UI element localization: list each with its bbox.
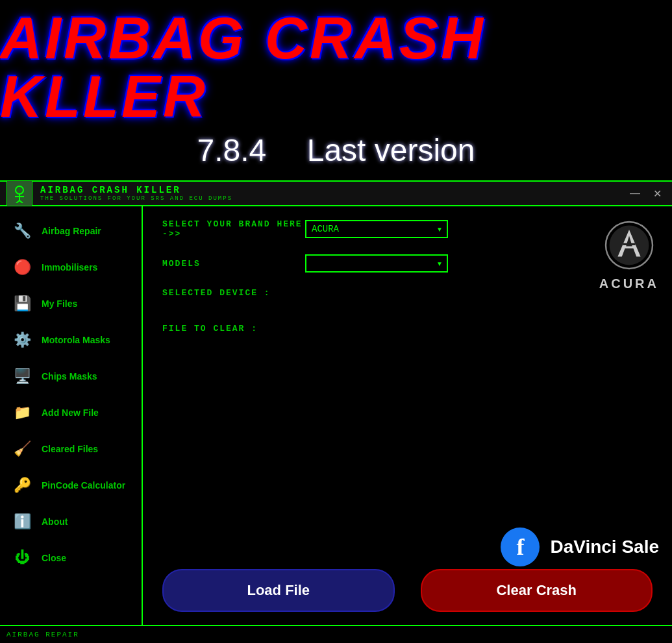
sidebar-icon-immobilisers: 🔴 [10, 256, 34, 279]
models-label: MODELS [162, 259, 305, 269]
titlebar-left: AIRBAG CRASH KILLER THE SOLUTIONS FOR YO… [6, 180, 232, 206]
titlebar-controls: — ✕ [626, 186, 666, 201]
models-select-wrapper[interactable] [305, 254, 448, 273]
titlebar: AIRBAG CRASH KILLER THE SOLUTIONS FOR YO… [0, 182, 672, 206]
sidebar-item-immobilisers[interactable]: 🔴Immobilisers [0, 249, 142, 285]
brand-logo-area: ACURA [599, 219, 659, 291]
close-window-button[interactable]: ✕ [649, 186, 666, 201]
app-logo-icon [6, 180, 32, 206]
svg-point-0 [16, 186, 23, 194]
sidebar-label-add-new-file: Add New File [42, 407, 99, 418]
brand-select[interactable]: ACURAALFA ROMEOAUDIBMWCHRYSLERCITROËNDAE… [305, 220, 448, 238]
sidebar-icon-cleared-files: 🧹 [10, 437, 34, 461]
models-select[interactable] [305, 254, 448, 273]
sidebar-label-close: Close [42, 553, 66, 563]
brand-display-name: ACURA [599, 276, 659, 291]
app-window: AIRBAG CRASH KILLER THE SOLUTIONS FOR YO… [0, 182, 672, 643]
clear-crash-button[interactable]: Clear Crash [421, 569, 653, 612]
brand-row: SELECT YOUR BRAND HERE ->> ACURAALFA ROM… [162, 219, 653, 239]
banner: AIRBAG CRASH KLLER 7.8.4 Last version [0, 0, 672, 182]
sidebar-icon-airbag-repair: 🔧 [10, 219, 34, 243]
statusbar: AIRBAG REPAIR [0, 625, 672, 643]
models-row: MODELS [162, 254, 653, 273]
file-to-clear-row: FILE TO CLEAR : [162, 324, 653, 348]
sidebar-icon-close: ⏻ [10, 546, 34, 570]
sidebar-item-chips-masks[interactable]: 🖥️Chips Masks [0, 358, 142, 394]
banner-version: 7.8.4 Last version [197, 132, 475, 171]
load-file-button[interactable]: Load File [162, 569, 395, 612]
selected-device-row: SELECTED DEVICE : [162, 288, 653, 312]
sidebar-icon-add-new-file: 📁 [10, 401, 34, 424]
version-label: Last version [307, 133, 475, 167]
content-area: SELECT YOUR BRAND HERE ->> ACURAALFA ROM… [143, 206, 672, 625]
app-subtitle: THE SOLUTIONS FOR YOUR SRS AND ECU DUMPS [40, 195, 232, 202]
file-to-clear-label: FILE TO CLEAR : [162, 324, 653, 334]
sidebar-icon-my-files: 💾 [10, 292, 34, 315]
selected-device-label: SELECTED DEVICE : [162, 288, 653, 298]
sidebar-item-my-files[interactable]: 💾My Files [0, 285, 142, 322]
sidebar-label-pincode-calc: PinCode Calculator [42, 480, 125, 491]
app-title: AIRBAG CRASH KILLER [40, 185, 232, 195]
titlebar-text: AIRBAG CRASH KILLER THE SOLUTIONS FOR YO… [40, 185, 232, 202]
facebook-icon[interactable]: f [501, 528, 540, 566]
sidebar-label-about: About [42, 516, 68, 527]
svg-line-4 [19, 200, 23, 203]
sidebar-icon-chips-masks: 🖥️ [10, 365, 34, 388]
svg-rect-7 [623, 243, 635, 245]
sidebar-item-about[interactable]: ℹ️About [0, 503, 142, 540]
brand-label: SELECT YOUR BRAND HERE ->> [162, 219, 305, 239]
minimize-button[interactable]: — [626, 186, 644, 200]
selected-device-value [162, 300, 653, 312]
sidebar-icon-about: ℹ️ [10, 510, 34, 533]
sidebar-item-motorola-masks[interactable]: ⚙️Motorola Masks [0, 322, 142, 358]
sidebar-label-cleared-files: Cleared Files [42, 444, 98, 454]
sidebar-item-close[interactable]: ⏻Close [0, 540, 142, 576]
file-to-clear-value [162, 336, 653, 348]
sidebar-label-immobilisers: Immobilisers [42, 262, 97, 273]
sidebar-icon-motorola-masks: ⚙️ [10, 328, 34, 352]
sidebar-item-cleared-files[interactable]: 🧹Cleared Files [0, 431, 142, 467]
promo-area: f DaVinci Sale [501, 528, 659, 566]
brand-select-wrapper[interactable]: ACURAALFA ROMEOAUDIBMWCHRYSLERCITROËNDAE… [305, 220, 448, 238]
main-layout: 🔧Airbag Repair🔴Immobilisers💾My Files⚙️Mo… [0, 206, 672, 625]
status-text: AIRBAG REPAIR [6, 631, 79, 638]
sidebar-label-airbag-repair: Airbag Repair [42, 226, 101, 236]
sidebar-item-airbag-repair[interactable]: 🔧Airbag Repair [0, 213, 142, 249]
svg-line-3 [16, 200, 19, 203]
version-number: 7.8.4 [197, 133, 267, 167]
sidebar-item-add-new-file[interactable]: 📁Add New File [0, 394, 142, 431]
sidebar-item-pincode-calc[interactable]: 🔑PinCode Calculator [0, 467, 142, 503]
sidebar-label-my-files: My Files [42, 298, 77, 309]
sidebar-icon-pincode-calc: 🔑 [10, 474, 34, 497]
banner-title: AIRBAG CRASH KLLER [0, 9, 672, 126]
promo-text: DaVinci Sale [550, 537, 659, 557]
sidebar-label-motorola-masks: Motorola Masks [42, 335, 110, 345]
sidebar: 🔧Airbag Repair🔴Immobilisers💾My Files⚙️Mo… [0, 206, 143, 625]
sidebar-label-chips-masks: Chips Masks [42, 371, 97, 382]
acura-logo-icon [603, 219, 655, 271]
